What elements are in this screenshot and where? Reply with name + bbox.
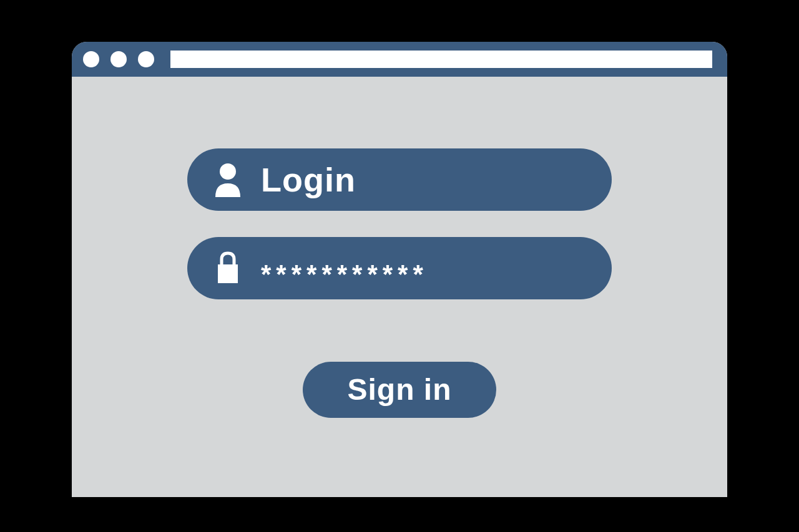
minimize-window-button[interactable] xyxy=(110,51,127,67)
username-label: Login xyxy=(261,160,356,199)
svg-rect-1 xyxy=(218,264,238,283)
lock-icon xyxy=(210,247,246,289)
password-mask: *********** xyxy=(261,259,428,289)
maximize-window-button[interactable] xyxy=(138,51,154,67)
address-bar[interactable] xyxy=(170,51,712,68)
title-bar xyxy=(72,42,727,77)
user-icon xyxy=(210,158,246,201)
login-form: Login *********** Sign in xyxy=(72,77,727,418)
password-field[interactable]: *********** xyxy=(187,237,612,299)
window-controls xyxy=(83,51,154,67)
svg-point-0 xyxy=(220,163,236,180)
close-window-button[interactable] xyxy=(83,51,99,67)
username-field[interactable]: Login xyxy=(187,148,612,211)
sign-in-button[interactable]: Sign in xyxy=(303,362,496,418)
browser-window: Login *********** Sign in xyxy=(72,42,727,497)
